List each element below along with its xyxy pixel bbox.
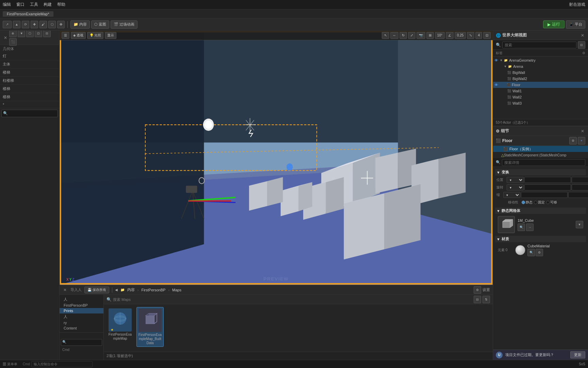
menu-window[interactable]: 窗口: [16, 2, 24, 7]
scale-tool-btn[interactable]: ⤢: [408, 32, 415, 39]
outliner-close[interactable]: ✕: [580, 33, 585, 38]
visibility-icon-1[interactable]: 👁: [494, 58, 498, 62]
cb-settings-btn[interactable]: ⚙: [474, 286, 481, 294]
viewport[interactable]: ☰ ◈ 透视 💡 光照 显示 ↖ ↔ ↻ ⤢ 📷: [60, 31, 493, 285]
expand-arrow-2[interactable]: ▼: [503, 65, 507, 68]
brush-btn[interactable]: 🖌: [39, 21, 47, 28]
select-mode-btn[interactable]: ↗: [3, 21, 12, 28]
material-thumb-0[interactable]: [515, 245, 525, 255]
details-search-input[interactable]: [502, 159, 585, 166]
cinematics-btn[interactable]: 🎬 过场动画: [111, 20, 137, 29]
rot-y-input[interactable]: 0.000683: [572, 184, 588, 190]
filter-btn[interactable]: ⊟: [474, 296, 481, 303]
angle-value-btn[interactable]: 0.25: [455, 32, 466, 39]
nav-icon-2[interactable]: 📁: [120, 288, 125, 292]
tree-item-arena[interactable]: ▼ 📁 Arena: [493, 63, 588, 70]
mat-use-btn[interactable]: ⚙: [536, 249, 543, 256]
cmd-input[interactable]: [31, 361, 93, 367]
blueprint-btn[interactable]: ⬡ 蓝图: [91, 20, 109, 29]
rotate-mode-btn[interactable]: ⟳: [22, 21, 29, 28]
save-all-btn[interactable]: 💾 保存所有: [84, 287, 109, 293]
scale-x-input[interactable]: 40.0: [521, 192, 568, 198]
sidebar-person2[interactable]: 人: [60, 313, 103, 320]
tree-item-arena-geo[interactable]: 👁 ▼ 📁 ArenaGeometry: [493, 57, 588, 63]
pos-y-input[interactable]: 0.0: [572, 177, 588, 183]
sidebar-ry[interactable]: ry: [60, 320, 103, 325]
foliage-btn[interactable]: ✤: [57, 21, 65, 28]
maximize-btn[interactable]: ⊡: [483, 32, 491, 39]
tree-item-bigwall[interactable]: ⬛ BigWall: [493, 70, 588, 76]
scale-mode-btn[interactable]: ✚: [31, 21, 38, 28]
left-panel-close[interactable]: ✕: [3, 35, 8, 41]
nav-icon[interactable]: ◀: [115, 288, 118, 292]
sidebar-person[interactable]: 人: [60, 296, 103, 303]
tree-item-wall3[interactable]: ⬛ Wall3: [493, 100, 588, 106]
viewport-menu-btn[interactable]: ☰: [62, 32, 69, 39]
materials-header[interactable]: ▼ 材质: [495, 236, 586, 242]
geometry-btn[interactable]: ⬡: [48, 21, 56, 28]
visibility-icon-floor[interactable]: 👁: [494, 83, 498, 87]
perspective-btn[interactable]: ◈ 透视: [71, 32, 86, 39]
tree-item-bigwall2[interactable]: ⬛ BigWall2: [493, 76, 588, 82]
lp-icon-3[interactable]: ⬡: [26, 31, 34, 37]
static-mesh-header[interactable]: ▼ 静态网格体: [495, 208, 586, 214]
mobility-movable[interactable]: 可移: [546, 200, 557, 205]
mesh-browse-btn[interactable]: 🔍: [518, 224, 525, 231]
details-close[interactable]: ✕: [580, 128, 585, 134]
main-tab[interactable]: FirstPersonExampleMap*: [3, 11, 53, 17]
static-mesh-component[interactable]: △ StaticMeshComponent (StaticMeshComp: [493, 152, 588, 158]
asset-fpmap-built[interactable]: FirstPersonExampleMap_BuiltData: [136, 307, 164, 347]
sidebar-content[interactable]: Content: [60, 325, 103, 331]
content-browser-close[interactable]: ✕: [62, 287, 68, 293]
mesh-expand-btn[interactable]: ▼: [576, 221, 583, 228]
left-search-input[interactable]: [1, 110, 58, 117]
mesh-use-btn[interactable]: →: [526, 224, 534, 231]
rotation-dropdown[interactable]: ▾: [507, 184, 524, 190]
sort-btn[interactable]: ⇅: [483, 296, 490, 303]
import-btn[interactable]: 导入人: [70, 287, 82, 292]
position-dropdown[interactable]: ▾: [507, 177, 524, 183]
scale-dropdown[interactable]: ▾: [503, 192, 520, 198]
grid-snap-btn[interactable]: ⊞: [426, 32, 434, 39]
menu-tools[interactable]: 工具: [30, 2, 38, 7]
lp-icon-5[interactable]: ⊟: [43, 31, 51, 37]
lp-icon-1[interactable]: ⊕: [9, 31, 17, 37]
show-btn[interactable]: 显示: [105, 32, 116, 39]
update-button[interactable]: 更新: [570, 351, 585, 358]
lp-icon-6[interactable]: ⬛: [9, 38, 17, 46]
actor-settings[interactable]: ⚙: [569, 137, 577, 144]
sidebar-search-input[interactable]: [61, 339, 102, 346]
select-tool-btn[interactable]: ↖: [382, 32, 389, 39]
pos-x-input[interactable]: -282.148: [524, 177, 571, 183]
mobility-stationary[interactable]: 固定: [534, 200, 545, 205]
lp-icon-4[interactable]: ⊡: [35, 31, 42, 37]
mobility-static[interactable]: 静态: [522, 200, 533, 205]
outliner-toggle[interactable]: ⚙: [582, 51, 585, 55]
sb-menu-icon[interactable]: ☰ 菜单单: [3, 362, 17, 367]
firstperson-path[interactable]: FirstPersonBP: [141, 288, 165, 292]
lighting-btn[interactable]: 💡 光照: [87, 32, 103, 39]
rot-x-input[interactable]: 0.0°: [524, 184, 571, 190]
rotate-tool-btn[interactable]: ↻: [399, 32, 407, 39]
maps-path[interactable]: Maps: [172, 288, 181, 292]
expand-arrow-1[interactable]: ▼: [499, 59, 503, 62]
lp-icon-2[interactable]: ▼: [18, 31, 25, 37]
scale-snap-btn[interactable]: ⤡: [467, 32, 474, 39]
asset-fpmap[interactable]: ★ FirstPersonExampleMap: [107, 307, 134, 342]
outliner-search-input[interactable]: [502, 42, 576, 48]
menu-bar[interactable]: 编辑 窗口 工具 构建 帮助: [3, 2, 65, 7]
tree-item-wall2[interactable]: ⬛ Wall2: [493, 94, 588, 100]
play-button[interactable]: ▶ 运行: [543, 20, 565, 28]
tree-item-floor[interactable]: 👁 ⬛ Floor: [493, 82, 588, 88]
menu-help[interactable]: 帮助: [57, 2, 65, 7]
menu-edit[interactable]: 编辑: [3, 2, 11, 7]
transform-header[interactable]: ▼ 变换: [495, 169, 586, 175]
content-root[interactable]: 内容: [127, 287, 135, 292]
menu-build[interactable]: 构建: [44, 2, 52, 7]
move-mode-btn[interactable]: ▲: [13, 21, 20, 28]
scale-y-input[interactable]: 40.0: [568, 192, 588, 198]
mat-browse-btn[interactable]: 🔍: [527, 249, 535, 256]
sidebar-fpbp[interactable]: FirstPersonBP: [60, 303, 103, 308]
camera-speed-btn[interactable]: 📷: [416, 32, 425, 39]
tree-item-wall1[interactable]: ⬛ Wall1: [493, 88, 588, 94]
